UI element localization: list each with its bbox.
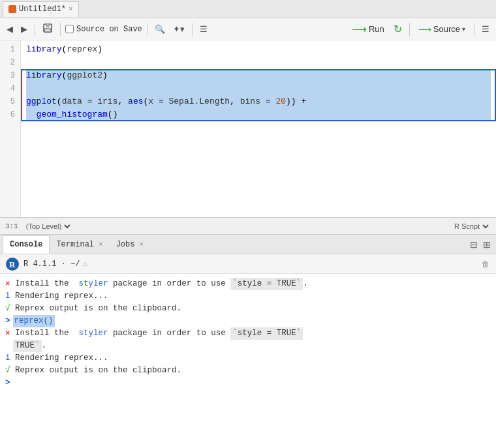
error-prefix-2: ✕ <box>5 327 10 340</box>
true-code: TRUE` <box>13 340 42 352</box>
svg-rect-1 <box>46 24 50 27</box>
console-line-2: i Rendering reprex... <box>5 290 491 303</box>
find-button[interactable]: 🔍 <box>152 21 168 38</box>
terminal-tab-close[interactable]: × <box>99 241 103 248</box>
code-tools-button[interactable]: ✦▾ <box>170 21 187 38</box>
console-tab-bar: Console Terminal × Jobs × ⊟ ⊞ <box>0 235 496 254</box>
line-num-4: 4 <box>3 82 15 95</box>
jobs-tab-close[interactable]: × <box>139 241 144 248</box>
console-output[interactable]: ✕ Install the styler package in order to… <box>0 274 496 448</box>
console-tab-terminal[interactable]: Terminal × <box>50 235 109 254</box>
menu-icon: ☰ <box>482 24 489 34</box>
console-line-4b: TRUE` . <box>5 340 491 352</box>
console-text-4c: . <box>42 340 47 352</box>
run-arrow-icon: ⟶ <box>352 23 367 35</box>
line-num-5: 5 <box>3 95 15 108</box>
source-on-save-text: Source on Save <box>76 25 142 34</box>
cursor-position: 3:1 <box>5 222 18 230</box>
rerun-icon: ↻ <box>394 23 402 35</box>
reprex-cmd-highlight: reprex() <box>13 315 55 327</box>
r-logo-icon: R <box>5 257 20 271</box>
style-code-2: `style = TRUE` <box>230 327 303 340</box>
console-text-4b: package in order to use <box>108 327 231 340</box>
source-on-save-label[interactable]: Source on Save <box>65 25 142 34</box>
column-layout-button[interactable]: ☰ <box>197 21 210 38</box>
scope-label: (Top Level) <box>23 222 72 231</box>
save-button[interactable] <box>40 21 55 38</box>
svg-text:R: R <box>9 260 16 269</box>
toolbar-divider-2 <box>60 23 61 36</box>
info-prefix-1: i <box>5 290 10 303</box>
console-line-5: i Rendering reprex... <box>5 352 491 365</box>
console-panel: Console Terminal × Jobs × ⊟ ⊞ R R 4.1.1 … <box>0 235 496 448</box>
code-line-3: library(ggplot2) <box>26 69 491 82</box>
prompt-prefix-final: > <box>5 377 10 389</box>
console-line-1: ✕ Install the styler package in order to… <box>5 278 491 290</box>
console-line-3: √ Reprex output is on the clipboard. <box>5 303 491 315</box>
status-bar: 3:1 (Top Level) R Script <box>0 217 496 234</box>
back-button[interactable]: ◀ <box>4 21 16 38</box>
script-type-select[interactable]: R Script <box>452 222 491 231</box>
clear-console-button[interactable]: 🗑 <box>480 258 491 270</box>
run-label: Run <box>369 24 384 34</box>
error-prefix-1: ✕ <box>5 278 10 290</box>
home-icon: ⌂ <box>82 260 87 269</box>
rerun-button[interactable]: ↻ <box>391 21 405 38</box>
source-button[interactable]: ⟶ Source ▾ <box>414 23 469 36</box>
console-toolbar-right: 🗑 <box>480 258 491 270</box>
console-text-3: Reprex output is on the clipboard. <box>10 303 182 315</box>
r-file-icon <box>8 5 16 13</box>
console-text-5: Rendering reprex... <box>10 352 108 365</box>
save-icon <box>42 23 53 35</box>
svg-rect-2 <box>44 29 51 32</box>
forward-button[interactable]: ▶ <box>18 21 30 38</box>
source-on-save-checkbox[interactable] <box>65 25 74 33</box>
editor-tab[interactable]: Untitled1* × <box>3 1 79 17</box>
source-arrow-icon: ⟶ <box>418 24 431 35</box>
tab-close-button[interactable]: × <box>69 5 73 13</box>
code-tools-icon: ✦▾ <box>173 24 185 34</box>
editor-panel: Untitled1* × ◀ ▶ Source on Save <box>0 0 496 235</box>
code-line-4 <box>26 82 491 95</box>
console-text-4a: Install the <box>10 327 74 340</box>
run-button[interactable]: ⟶ Run <box>348 22 388 37</box>
console-tab-jobs[interactable]: Jobs × <box>110 235 150 254</box>
line-num-6: 6 <box>3 108 15 121</box>
line-numbers: 1 2 3 4 5 6 <box>0 40 21 217</box>
console-text-6: Reprex output is on the clipboard. <box>10 365 182 377</box>
ok-prefix-2: √ <box>5 365 10 377</box>
styler-link-2[interactable]: styler <box>74 327 108 340</box>
tab-bar: Untitled1* × <box>0 0 496 18</box>
toolbar-divider-1 <box>35 23 35 36</box>
ok-prefix-1: √ <box>5 303 10 315</box>
code-content[interactable]: library(reprex) library(ggplot2) ggplot(… <box>21 40 496 217</box>
console-text-1c: . <box>303 278 308 290</box>
toolbar-divider-4 <box>192 23 193 36</box>
console-tab-console[interactable]: Console <box>3 235 50 254</box>
editor-toolbar: ◀ ▶ Source on Save 🔍 ✦▾ <box>0 18 496 40</box>
console-toolbar: R R 4.1.1 · ~/ ⌂ 🗑 <box>0 254 496 274</box>
maximize-button[interactable]: ⊞ <box>482 238 492 251</box>
toolbar-divider-3 <box>147 23 147 36</box>
menu-button[interactable]: ☰ <box>479 21 492 38</box>
scope-select[interactable]: (Top Level) <box>23 222 72 231</box>
code-line-1: library(reprex) <box>26 43 491 56</box>
styler-link-1[interactable]: styler <box>74 278 108 290</box>
console-tab-icons: ⊟ ⊞ <box>469 238 496 251</box>
console-final-prompt[interactable]: > <box>5 377 491 389</box>
console-text-2: Rendering reprex... <box>10 290 108 303</box>
tab-title: Untitled1* <box>19 5 66 14</box>
code-line-5: ggplot(data = iris, aes(x = Sepal.Length… <box>26 95 491 108</box>
status-right: R Script <box>452 222 491 231</box>
toolbar-divider-5 <box>409 23 410 36</box>
back-icon: ◀ <box>7 24 13 34</box>
console-cmd-line: > reprex() <box>5 315 491 327</box>
code-editor[interactable]: 1 2 3 4 5 6 library(reprex) library(ggpl… <box>0 40 496 217</box>
toolbar-divider-6 <box>474 23 474 36</box>
minimize-button[interactable]: ⊟ <box>469 238 479 251</box>
forward-icon: ▶ <box>21 24 27 34</box>
info-prefix-2: i <box>5 352 10 365</box>
r-version-text: R 4.1.1 · ~/ <box>23 260 80 269</box>
line-num-1: 1 <box>3 43 15 56</box>
console-tab-label: Console <box>10 240 42 249</box>
